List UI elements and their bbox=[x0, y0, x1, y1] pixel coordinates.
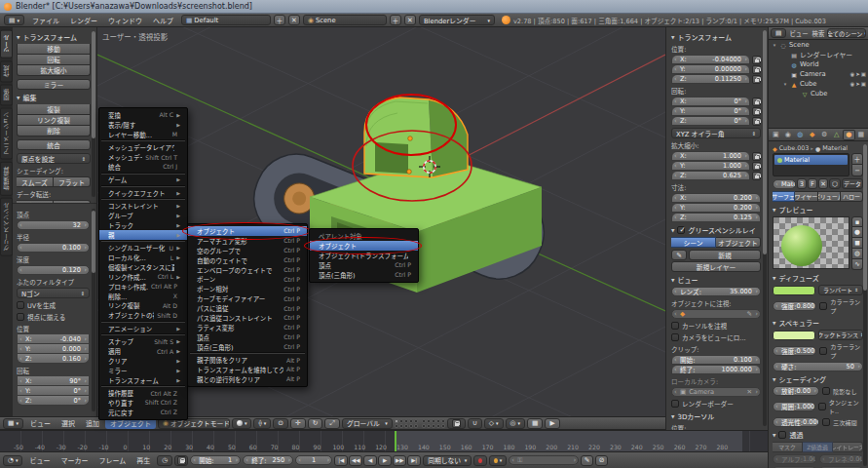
axis-field[interactable]: Y:0° bbox=[17, 386, 90, 396]
menu-item[interactable]: 適用 Ctrl A ▶ bbox=[99, 346, 187, 356]
menu-item[interactable]: プロキシ作成... Ctrl Alt P bbox=[99, 282, 187, 292]
visibility-toggles[interactable]: ◉➤▣ bbox=[849, 71, 866, 77]
tool-button[interactable]: 拡大縮小 bbox=[17, 65, 91, 76]
panel-header-grease-pencil[interactable]: グリースペンシルレイ bbox=[671, 225, 761, 235]
outliner-row[interactable]: ▤ レンダーレイヤー ◉➤▣ bbox=[769, 50, 868, 59]
shading-button[interactable]: フラット bbox=[54, 176, 91, 187]
menu-item[interactable]: 親 ▶ bbox=[99, 230, 187, 240]
menu-item[interactable]: ボーン Ctrl P bbox=[188, 274, 307, 284]
diffuse-shader-dropdown[interactable]: ランバート⇕ bbox=[818, 285, 863, 295]
menu-item[interactable]: ミラー ▶ bbox=[99, 366, 187, 375]
editor-type-button[interactable]: ▦▾ bbox=[3, 418, 23, 429]
checkbox-row[interactable]: UVを生成 bbox=[17, 300, 90, 310]
layout-close-button[interactable]: ✕ bbox=[288, 15, 300, 25]
disclosure-arrow-icon[interactable]: ▾ bbox=[782, 81, 788, 87]
menu-item[interactable]: やり直す Shift Ctrl Z bbox=[99, 398, 187, 408]
panel-header-specular[interactable]: スペキュラー bbox=[773, 318, 863, 328]
material-type-tab[interactable]: ハロー bbox=[841, 191, 863, 202]
axis-field[interactable]: X:0° bbox=[671, 97, 750, 106]
menu-item[interactable]: 削除... X bbox=[99, 292, 187, 301]
fake-user-button[interactable]: F bbox=[808, 178, 817, 189]
panel-header-transform[interactable]: トランスフォーム bbox=[17, 32, 91, 42]
render-opengl-anim-button[interactable]: ▶ bbox=[545, 418, 559, 429]
manipulator-rotate-button[interactable]: ↻ bbox=[308, 418, 323, 429]
checkbox[interactable] bbox=[17, 313, 24, 321]
menu-item[interactable]: リンク複製 Alt D bbox=[99, 301, 187, 311]
pivot-dropdown[interactable]: ⟠▾ bbox=[253, 418, 271, 429]
playback-button[interactable]: ◀ bbox=[363, 455, 377, 466]
panel-header-view[interactable]: ビュー bbox=[671, 275, 761, 285]
playback-button[interactable]: ▶▶ bbox=[393, 455, 406, 466]
scene-add-button[interactable]: ＋ bbox=[390, 15, 401, 25]
panel-header-diffuse[interactable]: ディフューズ bbox=[773, 273, 863, 283]
transparency-checkbox[interactable] bbox=[778, 431, 786, 439]
menu-item[interactable]: 頂点(三角形) Ctrl P bbox=[188, 342, 307, 352]
slot-add-button[interactable]: ＋ bbox=[851, 153, 863, 165]
gp-source-tab[interactable]: シーン bbox=[671, 237, 716, 248]
delete-keyframe-button[interactable]: ⊘ bbox=[595, 455, 608, 466]
display-filter-dropdown[interactable]: 全てのシーン▾ bbox=[827, 28, 866, 38]
material-type-tab[interactable]: サーフェ bbox=[773, 191, 795, 202]
axis-field[interactable]: Y:0.00000 bbox=[671, 64, 750, 74]
menu-label[interactable]: ビュー bbox=[787, 29, 810, 38]
playback-button[interactable]: ▶ bbox=[378, 455, 392, 466]
specular-ramp-checkbox[interactable] bbox=[819, 347, 827, 355]
shading-button[interactable]: スムーズ bbox=[17, 176, 54, 187]
clear-icon[interactable]: ✕ bbox=[746, 388, 752, 396]
orientation-dropdown[interactable]: グローバル▾ bbox=[342, 418, 393, 429]
clip-field[interactable]: 開始:0.100 bbox=[671, 355, 761, 365]
axis-field[interactable]: Z:0.625 bbox=[671, 171, 750, 180]
join-button[interactable]: 統合 bbox=[17, 139, 91, 150]
tab-render-icon[interactable]: ▣ bbox=[770, 130, 782, 140]
menu-label[interactable]: 選択 bbox=[57, 418, 80, 428]
diffuse-intensity-slider[interactable]: 強度:0.800 bbox=[773, 301, 816, 311]
menu-item[interactable]: ラティス変形 Ctrl P bbox=[188, 323, 307, 332]
preview-flat-button[interactable]: ▪ bbox=[851, 216, 863, 227]
menu-item[interactable]: レイヤー移動... M bbox=[99, 130, 187, 139]
preview-cube-button[interactable]: ◼ bbox=[851, 238, 863, 249]
menu-item[interactable]: 親との逆行列をクリア Alt P bbox=[188, 374, 307, 384]
visibility-toggles[interactable]: ◉➤▣ bbox=[849, 81, 866, 87]
specular-shader-dropdown[interactable]: クックトランス⇕ bbox=[818, 330, 863, 340]
menu-item[interactable]: メッシュデータレイアウトを転送 bbox=[99, 142, 187, 152]
menu-item[interactable]: パスに追従 Ctrl P bbox=[188, 303, 307, 313]
diffuse-color-swatch[interactable] bbox=[773, 286, 815, 295]
axis-field[interactable]: Z:0° bbox=[17, 396, 90, 406]
menu-item[interactable]: 頂点 Ctrl P bbox=[188, 332, 307, 342]
hardness-slider[interactable]: 硬さ:50 bbox=[773, 362, 863, 371]
outliner-row[interactable]: ◍ World ◉➤▣ bbox=[769, 59, 868, 69]
shading-slider[interactable]: 放射:0.00 bbox=[773, 386, 819, 396]
material-slot-selected[interactable]: Material bbox=[774, 155, 848, 165]
axis-field[interactable]: Y:0.200 bbox=[671, 203, 761, 213]
menu-item[interactable]: トランスフォームを維持してクリア Alt P bbox=[188, 365, 307, 374]
menu-item[interactable]: コンストレイント ▶ bbox=[99, 201, 187, 211]
menu-item[interactable]: 頂点(三角形) Ctrl P bbox=[310, 270, 418, 280]
menu-item[interactable]: カーブモディファイアー Ctrl P bbox=[188, 293, 307, 303]
menu-label[interactable]: マーカー bbox=[56, 455, 93, 465]
axis-field[interactable]: X:90° bbox=[17, 376, 90, 386]
menu-item[interactable]: 個複製インスタンスに直接 bbox=[99, 262, 187, 272]
menu-item[interactable]: 変換 Alt C ▶ bbox=[99, 110, 187, 120]
playback-button[interactable]: ◀◀ bbox=[349, 455, 362, 466]
menu-item[interactable]: オブジェクト bbox=[310, 241, 418, 251]
material-name-field[interactable]: Mate bbox=[773, 179, 796, 189]
axis-field[interactable]: X:-0.040 bbox=[17, 334, 90, 344]
menu-item[interactable]: 元に戻す Ctrl Z bbox=[99, 408, 187, 417]
gp-source-tab[interactable]: オブジェクト bbox=[716, 237, 761, 248]
menu-item[interactable]: ローカル化... L ▶ bbox=[99, 253, 187, 262]
menu-item[interactable]: 統合 Ctrl J bbox=[99, 162, 187, 172]
menu-label[interactable]: 再生 bbox=[132, 455, 155, 465]
checkbox-row[interactable]: 視点に揃える bbox=[17, 312, 90, 322]
axis-field[interactable]: Z:0° bbox=[671, 116, 750, 126]
rotation-mode-dropdown[interactable]: XYZ オイラー角⇕ bbox=[671, 128, 761, 138]
editor-type-button[interactable]: ◔▾ bbox=[3, 455, 22, 466]
preview-monkey-button[interactable]: ◍ bbox=[851, 249, 863, 259]
editor-type-icon[interactable]: ▤▾ bbox=[4, 15, 24, 25]
disclosure-arrow-icon[interactable]: ▾ bbox=[772, 42, 777, 48]
record-button[interactable] bbox=[473, 455, 487, 466]
axis-field[interactable]: Z:0.11250 bbox=[671, 74, 750, 84]
panel-header-shading[interactable]: シェーディング bbox=[773, 374, 863, 384]
render-engine-selector[interactable]: Blenderレンダー ▾ bbox=[419, 15, 495, 25]
unlink-button[interactable]: ✕ bbox=[818, 178, 828, 189]
layout-add-button[interactable]: ＋ bbox=[274, 15, 285, 25]
